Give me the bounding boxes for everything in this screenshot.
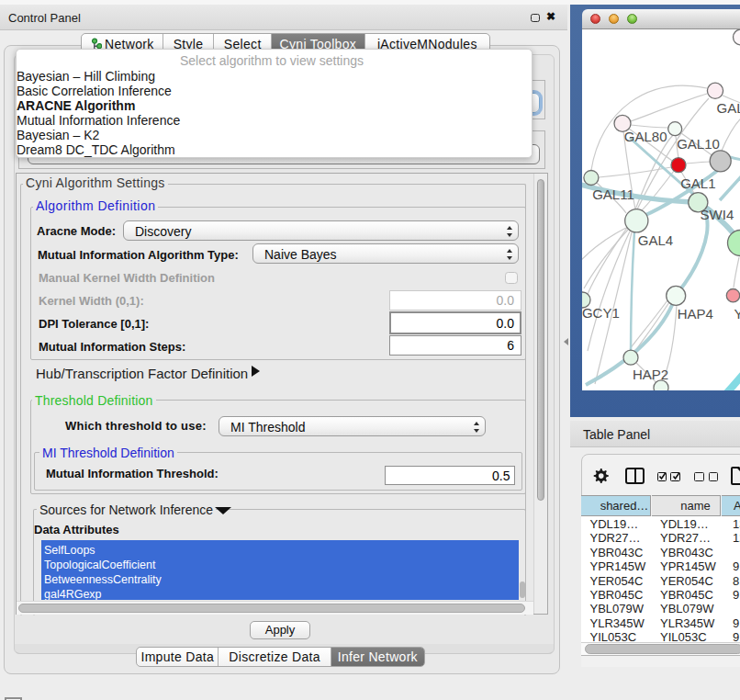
svg-text:GAL4: GAL4 xyxy=(637,232,672,248)
svg-text:HAP2: HAP2 xyxy=(632,366,667,381)
svg-text:GAL11: GAL11 xyxy=(592,186,634,202)
svg-text:GAL2: GAL2 xyxy=(716,99,740,115)
svg-text:GAL1: GAL1 xyxy=(680,175,715,191)
svg-text:SWI4: SWI4 xyxy=(700,207,734,222)
svg-text:GCY1: GCY1 xyxy=(582,305,620,321)
svg-text:GAL10: GAL10 xyxy=(677,136,720,152)
svg-text:GAL80: GAL80 xyxy=(623,129,667,144)
svg-text:HAP4: HAP4 xyxy=(677,305,712,321)
svg-text:YJ: YJ xyxy=(734,305,740,321)
